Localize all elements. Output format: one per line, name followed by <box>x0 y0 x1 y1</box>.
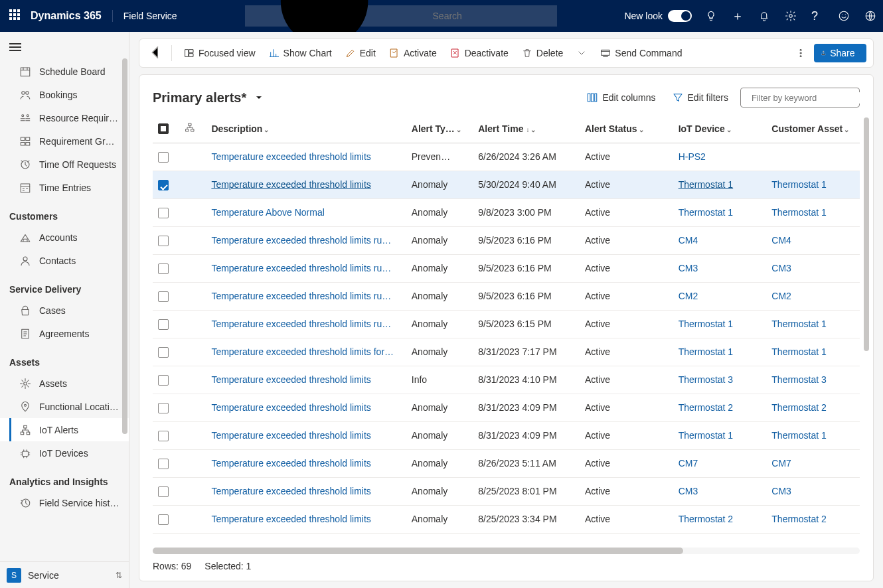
iot-device-link[interactable]: CM3 <box>679 486 698 496</box>
col-alert-time[interactable]: Alert Time↓⌄ <box>473 115 580 143</box>
table-row[interactable]: Temperature exceeded threshold limitsAno… <box>153 421 860 449</box>
row-checkbox[interactable] <box>153 477 179 505</box>
row-checkbox[interactable] <box>153 310 179 338</box>
table-row[interactable]: Temperature exceeded threshold limits fo… <box>153 338 860 366</box>
row-checkbox[interactable] <box>153 254 179 282</box>
description-link[interactable]: Temperature exceeded threshold limits ru… <box>211 263 391 273</box>
nav-scrollbar[interactable] <box>122 58 127 559</box>
customer-asset-link[interactable]: Thermostat 1 <box>771 430 826 441</box>
hierarchy-header[interactable] <box>179 115 206 143</box>
table-row[interactable]: Temperature exceeded threshold limits ru… <box>153 226 860 254</box>
iot-device-link[interactable]: Thermostat 1 <box>679 319 733 329</box>
table-row[interactable]: Temperature exceeded threshold limitsAno… <box>153 477 860 505</box>
sidebar-item-accounts[interactable]: Accounts <box>0 226 129 249</box>
customer-asset-link[interactable]: Thermostat 2 <box>771 402 826 413</box>
edit-button[interactable]: Edit <box>340 42 381 64</box>
row-checkbox[interactable] <box>153 505 179 533</box>
description-link[interactable]: Temperature exceeded threshold limits ru… <box>211 235 391 246</box>
global-search[interactable] <box>245 5 557 27</box>
search-input[interactable] <box>432 10 550 22</box>
table-row[interactable]: Temperature Above NormalAnomaly9/8/2023 … <box>153 198 860 226</box>
description-link[interactable]: Temperature exceeded threshold limits <box>211 402 370 413</box>
iot-device-link[interactable]: Thermostat 2 <box>679 402 733 413</box>
deactivate-button[interactable]: Deactivate <box>445 42 514 64</box>
customer-asset-link[interactable]: CM2 <box>771 291 791 301</box>
description-link[interactable]: Temperature exceeded threshold limits <box>211 514 370 524</box>
iot-device-link[interactable]: Thermostat 2 <box>679 514 733 524</box>
col-alert-type[interactable]: Alert Ty…⌄ <box>406 115 473 143</box>
area-switcher[interactable]: S Service ⇅ <box>0 561 129 588</box>
table-row[interactable]: Temperature exceeded threshold limitsAno… <box>153 171 860 198</box>
description-link[interactable]: Temperature exceeded threshold limits <box>211 374 370 385</box>
back-button[interactable] <box>146 43 165 64</box>
smile-icon[interactable] <box>838 10 850 22</box>
customer-asset-link[interactable]: Thermostat 1 <box>771 346 826 357</box>
grid-hscrollbar[interactable] <box>153 548 860 554</box>
customer-asset-link[interactable]: Thermostat 1 <box>771 179 826 190</box>
description-link[interactable]: Temperature exceeded threshold limits <box>211 486 370 496</box>
row-checkbox[interactable] <box>153 226 179 254</box>
sidebar-item-schedule-board[interactable]: Schedule Board <box>0 60 129 83</box>
select-all-header[interactable] <box>153 115 179 143</box>
description-link[interactable]: Temperature exceeded threshold limits <box>211 179 370 190</box>
iot-device-link[interactable]: Thermostat 1 <box>679 207 733 218</box>
sidebar-item-iot-alerts[interactable]: IoT Alerts <box>0 418 129 441</box>
person-globe-icon[interactable] <box>864 10 876 22</box>
description-link[interactable]: Temperature exceeded threshold limits <box>211 458 370 469</box>
iot-device-link[interactable]: CM4 <box>679 235 698 246</box>
send-command-button[interactable]: Send Command <box>595 42 687 64</box>
table-row[interactable]: Temperature exceeded threshold limits ru… <box>153 254 860 282</box>
help-icon[interactable]: ? <box>811 10 823 22</box>
description-link[interactable]: Temperature Above Normal <box>211 207 324 218</box>
gear-icon[interactable] <box>785 10 797 22</box>
sidebar-item-req-groups[interactable]: Requirement Gro… <box>0 129 129 153</box>
delete-split-button[interactable] <box>571 42 592 64</box>
add-icon[interactable]: ＋ <box>732 10 744 22</box>
delete-button[interactable]: Delete <box>517 42 568 64</box>
edit-filters-button[interactable]: Edit filters <box>668 87 732 108</box>
description-link[interactable]: Temperature exceeded threshold limits <box>211 430 370 441</box>
table-row[interactable]: Temperature exceeded threshold limitsAno… <box>153 505 860 533</box>
sidebar-item-resource-req[interactable]: Resource Require… <box>0 106 129 129</box>
overflow-button[interactable] <box>790 42 811 64</box>
iot-device-link[interactable]: Thermostat 1 <box>679 346 733 357</box>
iot-device-link[interactable]: Thermostat 1 <box>679 179 733 190</box>
description-link[interactable]: Temperature exceeded threshold limits fo… <box>211 346 394 357</box>
activate-button[interactable]: Activate <box>384 42 442 64</box>
row-checkbox[interactable] <box>153 366 179 394</box>
edit-columns-button[interactable]: Edit columns <box>582 87 659 108</box>
customer-asset-link[interactable]: Thermostat 1 <box>771 319 826 329</box>
nav-collapse-button[interactable] <box>0 37 129 60</box>
sidebar-item-cases[interactable]: Cases <box>0 299 129 322</box>
description-link[interactable]: Temperature exceeded threshold limits <box>211 151 370 162</box>
app-launcher-icon[interactable] <box>9 9 23 23</box>
show-chart-button[interactable]: Show Chart <box>264 42 337 64</box>
chevron-down-icon[interactable] <box>254 93 264 102</box>
keyword-filter-input[interactable] <box>750 92 864 104</box>
sidebar-item-time-off[interactable]: Time Off Requests <box>0 153 129 176</box>
focused-view-button[interactable]: Focused view <box>179 42 261 64</box>
row-checkbox[interactable] <box>153 171 179 198</box>
sidebar-item-bookings[interactable]: Bookings <box>0 83 129 106</box>
sidebar-item-func-loc[interactable]: Functional Locati… <box>0 395 129 418</box>
iot-device-link[interactable]: Thermostat 3 <box>679 374 733 385</box>
view-title[interactable]: Primary alerts* <box>153 90 246 106</box>
table-row[interactable]: Temperature exceeded threshold limits ru… <box>153 282 860 310</box>
customer-asset-link[interactable]: Thermostat 2 <box>771 514 826 524</box>
row-checkbox[interactable] <box>153 449 179 477</box>
description-link[interactable]: Temperature exceeded threshold limits ru… <box>211 291 391 301</box>
bell-icon[interactable] <box>758 10 770 22</box>
sidebar-item-contacts[interactable]: Contacts <box>0 249 129 272</box>
iot-device-link[interactable]: H-PS2 <box>679 151 706 162</box>
col-customer-asset[interactable]: Customer Asset⌄ <box>766 115 860 143</box>
customer-asset-link[interactable]: CM7 <box>771 458 791 469</box>
table-row[interactable]: Temperature exceeded threshold limitsAno… <box>153 449 860 477</box>
row-checkbox[interactable] <box>153 394 179 421</box>
customer-asset-link[interactable]: Thermostat 3 <box>771 374 826 385</box>
row-checkbox[interactable] <box>153 198 179 226</box>
row-checkbox[interactable] <box>153 338 179 366</box>
row-checkbox[interactable] <box>153 143 179 171</box>
table-row[interactable]: Temperature exceeded threshold limitsAno… <box>153 394 860 421</box>
sidebar-item-assets[interactable]: Assets <box>0 372 129 395</box>
iot-device-link[interactable]: CM2 <box>679 291 698 301</box>
